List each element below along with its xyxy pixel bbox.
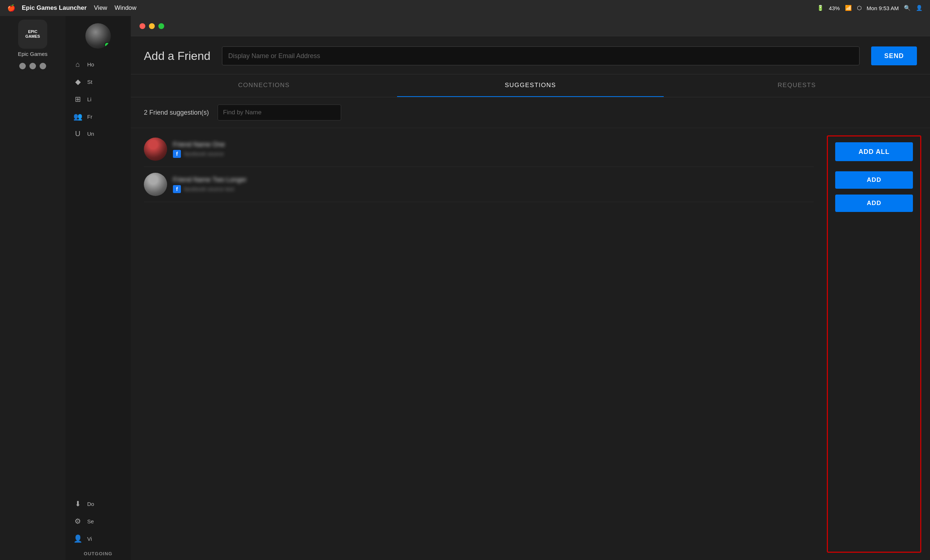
sidebar-item-unreal[interactable]: U Un	[65, 125, 131, 142]
friend-item-2: Friend Name Two Longer f facebook source…	[144, 167, 814, 202]
epic-logo: EPICGAMES	[18, 20, 47, 49]
epic-logo-text: EPICGAMES	[25, 29, 40, 39]
primary-sidebar: EPICGAMES Epic Games	[0, 16, 65, 560]
friend-count: 2 Friend suggestion(s)	[144, 109, 209, 117]
sidebar-item-label-library: Li	[87, 96, 92, 102]
apple-menu-icon[interactable]: 🍎	[7, 4, 15, 12]
facebook-icon-2: f	[173, 185, 181, 193]
user-avatar	[85, 23, 111, 49]
window-chrome	[131, 16, 930, 36]
maximize-window-button[interactable]	[159, 23, 164, 29]
suggestions-list: Friend Name One f facebook source Friend…	[131, 128, 930, 560]
add-friend-header: Add a Friend SEND	[131, 36, 930, 74]
friend-name-2: Friend Name Two Longer	[173, 176, 814, 184]
sidebar-item-label-home: Ho	[87, 61, 94, 68]
user-icon[interactable]: 👤	[916, 5, 923, 11]
sidebar-item-settings[interactable]: ⚙ Se	[65, 512, 131, 530]
library-icon: ⊞	[72, 95, 83, 103]
friend-source-1: f facebook source	[173, 150, 814, 158]
menu-bar: 🍎 Epic Games Launcher View Window 🔋 43% …	[0, 0, 930, 16]
app-container: EPICGAMES Epic Games ⌂ Ho ◆ St ⊞ Li 👥	[0, 16, 930, 560]
friend-avatar-1	[144, 138, 167, 161]
nav-sidebar: ⌂ Ho ◆ St ⊞ Li 👥 Fr U Un ⬇ Do ⚙ Se 👤	[65, 16, 131, 560]
unreal-icon: U	[72, 130, 83, 138]
traffic-dot-1	[19, 63, 26, 69]
battery-icon: 🔋	[817, 5, 824, 11]
app-menu-item[interactable]: Epic Games Launcher	[22, 5, 87, 12]
sidebar-item-library[interactable]: ⊞ Li	[65, 91, 131, 108]
friend-source-2: f facebook source text	[173, 185, 814, 193]
sidebar-item-store[interactable]: ◆ St	[65, 73, 131, 91]
friend-info-1: Friend Name One f facebook source	[173, 141, 814, 158]
email-input[interactable]	[222, 46, 859, 65]
friend-info-2: Friend Name Two Longer f facebook source…	[173, 176, 814, 193]
window-traffic-lights	[140, 23, 164, 29]
sidebar-item-profile[interactable]: 👤 Vi	[65, 530, 131, 547]
add-all-button[interactable]: ADD ALL	[835, 142, 913, 161]
search-icon[interactable]: 🔍	[904, 5, 911, 11]
tab-connections[interactable]: CONNECTIONS	[131, 74, 397, 97]
add-button-1[interactable]: ADD	[835, 171, 913, 189]
settings-icon: ⚙	[72, 517, 83, 526]
wifi-icon: 📶	[845, 5, 852, 11]
store-icon: ◆	[72, 77, 83, 86]
tab-suggestions[interactable]: SUGGESTIONS	[397, 74, 664, 97]
friends-list: Friend Name One f facebook source Friend…	[131, 128, 827, 560]
suggestions-toolbar: 2 Friend suggestion(s)	[131, 97, 930, 128]
friend-name-1: Friend Name One	[173, 141, 814, 149]
view-menu-item[interactable]: View	[94, 5, 108, 12]
friend-source-text-2: facebook source text	[184, 186, 234, 192]
home-icon: ⌂	[72, 60, 83, 69]
download-icon: ⬇	[72, 499, 83, 508]
minimize-window-button[interactable]	[149, 23, 155, 29]
tab-requests[interactable]: REQUESTS	[664, 74, 930, 97]
sidebar-item-home[interactable]: ⌂ Ho	[65, 56, 131, 73]
page-title: Add a Friend	[144, 49, 210, 63]
send-button[interactable]: SEND	[871, 46, 917, 65]
sidebar-item-label-unreal: Un	[87, 130, 94, 137]
outgoing-section-label: OUTGOING	[77, 547, 120, 560]
close-window-button[interactable]	[140, 23, 145, 29]
friend-item-1: Friend Name One f facebook source	[144, 132, 814, 167]
tabs-bar: CONNECTIONS SUGGESTIONS REQUESTS	[131, 74, 930, 97]
email-input-wrapper	[222, 46, 859, 65]
online-status-dot	[104, 42, 110, 48]
sidebar-item-label-settings: Se	[87, 518, 94, 525]
sidebar-item-downloads[interactable]: ⬇ Do	[65, 495, 131, 512]
app-name-label: Epic Games	[18, 51, 48, 57]
friend-avatar-2	[144, 173, 167, 196]
sidebar-item-label-profile: Vi	[87, 536, 92, 542]
friends-icon: 👥	[72, 112, 83, 121]
bluetooth-icon: ⬡	[857, 5, 862, 11]
sidebar-item-label-downloads: Do	[87, 501, 94, 507]
traffic-dot-2	[29, 63, 36, 69]
battery-percent: 43%	[829, 5, 840, 11]
action-panel: ADD ALL ADD ADD	[827, 135, 921, 553]
sidebar-item-label-store: St	[87, 79, 92, 85]
friend-source-text-1: facebook source	[184, 150, 224, 157]
facebook-icon-1: f	[173, 150, 181, 158]
sidebar-item-label-friends: Fr	[87, 114, 92, 120]
menu-bar-right: 🔋 43% 📶 ⬡ Mon 9:53 AM 🔍 👤	[817, 5, 923, 11]
sidebar-traffic-lights	[19, 63, 46, 69]
user-avatar-area	[85, 23, 111, 49]
profile-icon: 👤	[72, 534, 83, 543]
time-display: Mon 9:53 AM	[867, 5, 899, 11]
suggestions-content: 2 Friend suggestion(s) Friend Name One f…	[131, 97, 930, 560]
traffic-dot-3	[40, 63, 46, 69]
find-by-name-input[interactable]	[218, 104, 341, 121]
add-button-2[interactable]: ADD	[835, 195, 913, 212]
window-menu-item[interactable]: Window	[114, 5, 136, 12]
sidebar-item-friends[interactable]: 👥 Fr	[65, 108, 131, 125]
main-content: Add a Friend SEND CONNECTIONS SUGGESTION…	[131, 16, 930, 560]
